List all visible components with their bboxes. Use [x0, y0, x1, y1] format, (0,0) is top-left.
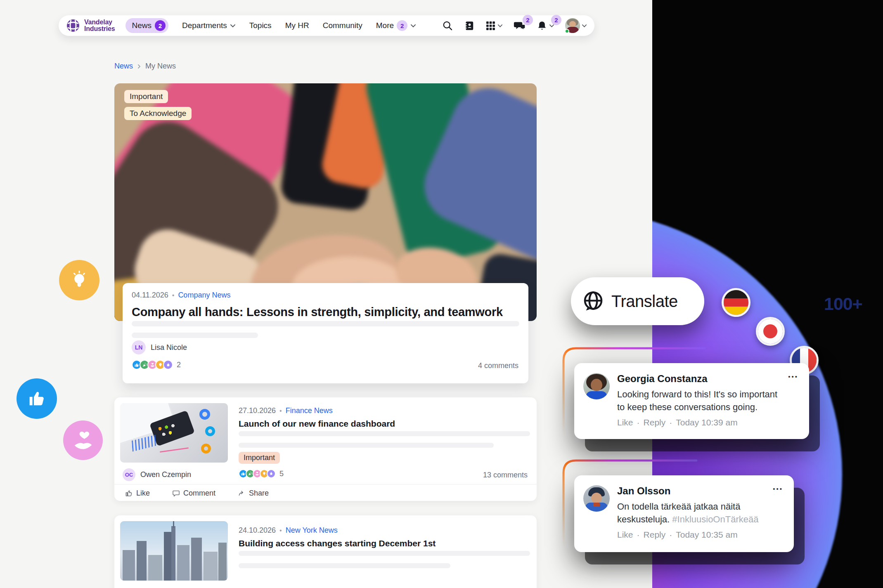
- praying-hands-reaction-icon: [163, 360, 173, 370]
- comment-reply-link[interactable]: Reply: [644, 530, 666, 540]
- chevron-down-icon: [497, 24, 503, 28]
- notifications-button[interactable]: 2: [537, 20, 554, 31]
- nav-item-more[interactable]: More 2: [376, 20, 416, 31]
- nav-items: News 2 Departments Topics My HR Communit…: [125, 18, 442, 33]
- directory-button[interactable]: [464, 20, 475, 31]
- top-navbar: Vandelay Industries News 2 Departments T…: [59, 15, 594, 36]
- comment-card[interactable]: ••• Georgia Constanza Looking forward to…: [574, 363, 809, 439]
- comment-text: Looking forward to this! It's so importa…: [617, 388, 786, 413]
- brand-name: Vandelay Industries: [84, 19, 115, 32]
- post-category-link[interactable]: Finance News: [286, 406, 333, 415]
- post-author[interactable]: OC Owen Czempin: [123, 468, 191, 481]
- post-date: 27.10.2026: [239, 406, 276, 415]
- notifications-badge: 2: [551, 15, 561, 25]
- post-card-finance[interactable]: 27.10.2026 • Finance News Launch of our …: [114, 397, 537, 501]
- author-avatar: LN: [132, 340, 146, 354]
- reaction-count: 5: [279, 470, 284, 478]
- avatar: [565, 18, 580, 33]
- notifications-icon: [537, 20, 547, 31]
- post-thumbnail: [120, 403, 228, 463]
- post-badges: Important To Acknowledge: [124, 90, 192, 120]
- post-title[interactable]: Company all hands: Lessons in strength, …: [132, 305, 519, 319]
- comment-footer: Like · Reply · Today 10:35 am: [617, 530, 772, 540]
- text-skeleton: [239, 443, 494, 448]
- nav-item-topics[interactable]: Topics: [249, 21, 272, 30]
- chevron-down-icon: [410, 24, 416, 28]
- page: Vandelay Industries News 2 Departments T…: [0, 0, 883, 588]
- like-icon: [125, 489, 133, 497]
- translate-button[interactable]: Translate: [571, 277, 704, 325]
- post-title[interactable]: Launch of our new finance dashboard: [239, 419, 395, 429]
- post-card-newyork[interactable]: 24.10.2026 • New York News Building acce…: [114, 515, 537, 588]
- text-skeleton: [132, 321, 519, 326]
- online-status-dot: [565, 29, 569, 33]
- comments-count[interactable]: 4 comments: [478, 361, 518, 370]
- chevron-down-icon: [582, 24, 587, 28]
- praying-hands-reaction-icon: [267, 469, 276, 478]
- comment-menu-icon[interactable]: •••: [773, 485, 783, 492]
- post-category-link[interactable]: New York News: [286, 526, 338, 535]
- messages-badge: 2: [523, 15, 533, 25]
- lightbulb-decor-icon: [59, 260, 99, 300]
- breadcrumb-chevron-icon: [137, 64, 141, 69]
- flag-germany-icon: [722, 288, 750, 317]
- nav-item-community[interactable]: Community: [323, 21, 362, 30]
- post-meta: 04.11.2026 • Company News: [132, 291, 519, 300]
- directory-icon: [464, 20, 475, 31]
- more-badge: 2: [397, 20, 407, 31]
- comment-menu-icon[interactable]: •••: [788, 373, 798, 380]
- comment-card[interactable]: ••• Jan Olsson On todella tärkeää jatkaa…: [574, 475, 794, 552]
- breadcrumb-current: My News: [145, 62, 176, 71]
- reaction-summary[interactable]: 2: [132, 360, 181, 370]
- translate-globe-icon: [582, 290, 605, 313]
- comment-like-link[interactable]: Like: [617, 418, 633, 427]
- post-author[interactable]: LN Lisa Nicole: [132, 340, 187, 354]
- commenter-name[interactable]: Georgia Constanza: [617, 373, 786, 385]
- comment-footer: Like · Reply · Today 10:39 am: [617, 418, 786, 427]
- comment-button[interactable]: Comment: [172, 489, 215, 498]
- share-button[interactable]: Share: [238, 489, 269, 498]
- avatar: [583, 373, 610, 399]
- nav-item-news[interactable]: News 2: [125, 18, 168, 33]
- divider: [114, 484, 537, 484]
- nav-news-label: News: [132, 21, 152, 30]
- breadcrumb-news-link[interactable]: News: [114, 62, 133, 71]
- comment-text: On todella tärkeää jatkaa näitä keskuste…: [617, 500, 772, 526]
- chevron-down-icon: [230, 24, 236, 28]
- post-category-link[interactable]: Company News: [178, 291, 230, 300]
- comment-reply-link[interactable]: Reply: [644, 418, 666, 427]
- flag-japan-icon: [756, 317, 785, 346]
- messages-button[interactable]: 2: [514, 20, 526, 31]
- search-button[interactable]: [442, 20, 453, 31]
- post-date: 24.10.2026: [239, 526, 276, 535]
- comment-hashtag[interactable]: #InkluusioOnTärkeää: [672, 514, 758, 524]
- nav-item-myhr[interactable]: My HR: [285, 21, 309, 30]
- post-title[interactable]: Building access changes starting Decembe…: [239, 538, 436, 548]
- featured-post-panel: 04.11.2026 • Company News Company all ha…: [123, 283, 528, 383]
- badge-important: Important: [124, 90, 168, 103]
- heart-hand-decor-icon: [63, 420, 103, 460]
- commenter-name[interactable]: Jan Olsson: [617, 485, 772, 497]
- post-thumbnail: [120, 521, 228, 581]
- comment-like-link[interactable]: Like: [617, 530, 633, 540]
- post-date: 04.11.2026: [132, 291, 168, 300]
- breadcrumb: News My News: [114, 62, 176, 71]
- reaction-summary[interactable]: 5: [239, 469, 284, 478]
- post-meta: 24.10.2026 • New York News: [239, 526, 338, 535]
- translate-label: Translate: [611, 292, 678, 311]
- comment-icon: [172, 489, 180, 497]
- apps-grid-button[interactable]: [485, 21, 503, 31]
- comments-count[interactable]: 13 comments: [483, 471, 528, 479]
- brand-logo[interactable]: Vandelay Industries: [65, 18, 115, 33]
- profile-menu[interactable]: [565, 18, 587, 33]
- like-button[interactable]: Like: [125, 489, 150, 498]
- badge-to-acknowledge: To Acknowledge: [124, 107, 192, 120]
- thumbs-up-decor-icon: [17, 378, 57, 419]
- nav-right-icons: 2 2: [442, 18, 587, 33]
- share-icon: [238, 489, 246, 497]
- text-skeleton: [132, 333, 258, 338]
- nav-item-departments[interactable]: Departments: [182, 21, 236, 30]
- author-avatar: OC: [123, 468, 135, 481]
- reaction-count: 2: [177, 361, 181, 369]
- more-languages-count: 100+: [824, 294, 862, 314]
